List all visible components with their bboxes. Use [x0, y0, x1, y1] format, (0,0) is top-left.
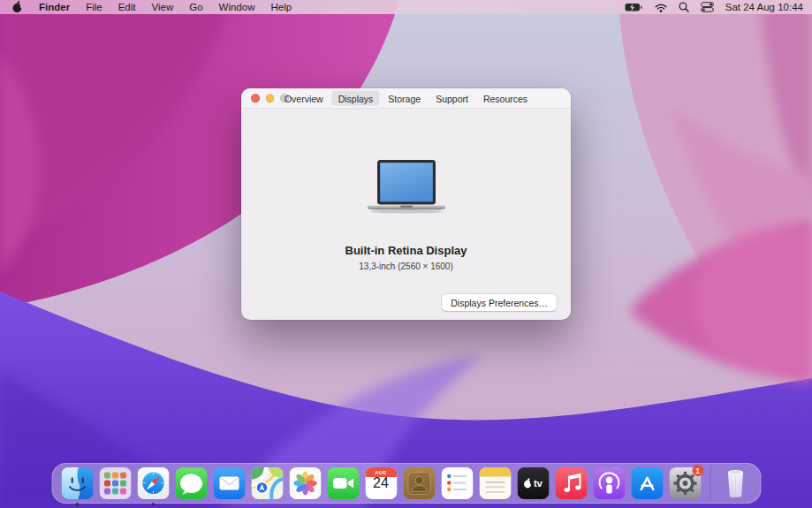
menu-view[interactable]: View — [152, 2, 174, 12]
about-this-mac-window: Overview Displays Storage Support Resour… — [241, 88, 571, 320]
displays-preferences-button[interactable]: Displays Preferences… — [442, 294, 557, 311]
dock-item-music[interactable] — [555, 467, 587, 499]
menu-app-name[interactable]: Finder — [39, 2, 70, 12]
dock-item-apple-tv[interactable]: tv — [517, 467, 549, 499]
window-titlebar[interactable]: Overview Displays Storage Support Resour… — [241, 88, 571, 109]
menu-go[interactable]: Go — [189, 2, 202, 12]
photos-icon — [289, 467, 321, 499]
mail-icon — [213, 467, 245, 499]
tab-displays[interactable]: Displays — [332, 91, 380, 106]
dock: AUG 24 — [51, 463, 761, 504]
menu-file[interactable]: File — [86, 2, 102, 12]
close-button[interactable] — [251, 94, 260, 102]
display-name: Built-in Retina Display — [241, 244, 571, 257]
running-indicator — [151, 503, 155, 506]
maps-icon — [251, 467, 283, 499]
apple-menu-icon[interactable] — [12, 1, 23, 13]
dock-item-finder[interactable] — [61, 467, 93, 499]
dock-item-launchpad[interactable] — [99, 467, 131, 499]
notes-icon — [479, 467, 511, 499]
menu-window[interactable]: Window — [219, 2, 255, 12]
dock-item-facetime[interactable] — [327, 467, 359, 499]
dock-item-contacts[interactable] — [403, 467, 435, 499]
minimize-button[interactable] — [266, 94, 275, 102]
dock-item-trash[interactable] — [719, 467, 751, 499]
dock-item-system-preferences[interactable]: 1 — [669, 467, 701, 499]
dock-item-mail[interactable] — [213, 467, 245, 499]
calendar-day-label: 24 — [365, 475, 397, 491]
menu-help[interactable]: Help — [270, 2, 292, 12]
tab-resources[interactable]: Resources — [477, 91, 534, 106]
display-spec: 13,3-inch (2560 × 1600) — [241, 262, 571, 271]
dock-item-podcasts[interactable] — [593, 467, 625, 499]
dock-item-photos[interactable] — [289, 467, 321, 499]
window-tab-bar: Overview Displays Storage Support Resour… — [278, 91, 534, 106]
dock-item-app-store[interactable] — [631, 467, 663, 499]
macbook-illustration — [364, 159, 449, 214]
tab-storage[interactable]: Storage — [382, 91, 427, 106]
dock-divider — [710, 466, 710, 501]
control-center-icon[interactable] — [701, 2, 714, 12]
music-icon — [555, 467, 587, 499]
menu-bar: Finder File Edit View Go Window Help — [0, 0, 812, 14]
trash-icon — [719, 467, 751, 499]
running-indicator — [75, 503, 79, 506]
dock-item-reminders[interactable] — [441, 467, 473, 499]
calendar-month-label: AUG — [365, 470, 397, 475]
messages-icon — [175, 467, 207, 499]
battery-charging-icon[interactable] — [625, 3, 643, 12]
wifi-icon[interactable] — [655, 3, 667, 12]
apple-logo-glyph — [523, 478, 532, 489]
dock-item-notes[interactable] — [479, 467, 511, 499]
tab-overview[interactable]: Overview — [278, 91, 330, 106]
podcasts-icon — [593, 467, 625, 499]
notification-badge: 1 — [692, 465, 703, 476]
menu-edit[interactable]: Edit — [118, 2, 136, 12]
dock-item-calendar[interactable]: AUG 24 — [365, 467, 397, 499]
displays-tab-content: Built-in Retina Display 13,3-inch (2560 … — [241, 109, 571, 271]
launchpad-icon — [99, 467, 131, 499]
contacts-icon — [403, 467, 435, 499]
safari-icon — [137, 467, 169, 499]
finder-icon — [61, 467, 93, 499]
spotlight-search-icon[interactable] — [679, 2, 689, 12]
tab-support[interactable]: Support — [429, 91, 474, 106]
app-store-icon — [631, 467, 663, 499]
facetime-icon — [327, 467, 359, 499]
dock-item-maps[interactable] — [251, 467, 283, 499]
menu-bar-clock[interactable]: Sat 24 Aug 10:44 — [725, 2, 803, 12]
dock-item-safari[interactable] — [137, 467, 169, 499]
dock-item-messages[interactable] — [175, 467, 207, 499]
tv-label: tv — [534, 478, 543, 489]
reminders-icon — [441, 467, 473, 499]
